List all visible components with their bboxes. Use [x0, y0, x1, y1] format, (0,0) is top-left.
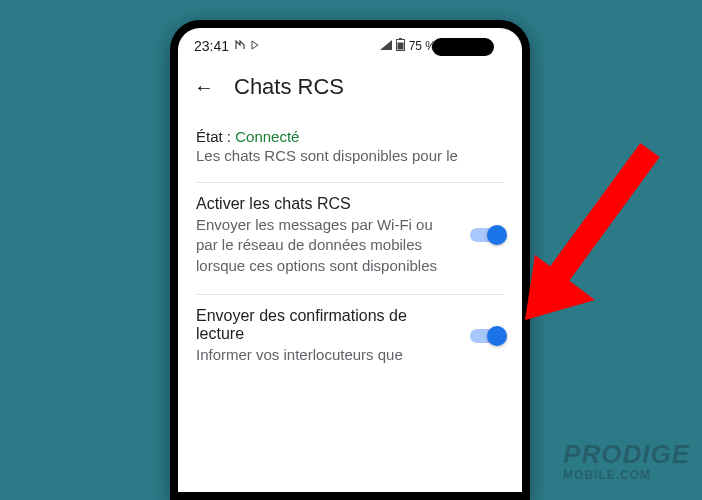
setting-title: Envoyer des confirmations de lecture — [196, 307, 458, 343]
svg-marker-4 — [525, 255, 595, 320]
status-description: Les chats RCS sont disponibles pour le — [196, 147, 504, 164]
pointer-arrow — [525, 140, 665, 320]
status-value: Connecté — [235, 128, 299, 145]
battery-icon — [396, 38, 405, 54]
svg-rect-1 — [399, 38, 402, 40]
setting-description: Envoyer les messages par Wi-Fi ou par le… — [196, 215, 458, 276]
signal-icon — [380, 39, 392, 53]
app-header: ← Chats RCS — [178, 64, 522, 116]
connection-status-section: État : Connecté Les chats RCS sont dispo… — [196, 116, 504, 183]
setting-description: Informer vos interlocuteurs que — [196, 345, 458, 365]
camera-cutout — [432, 38, 494, 56]
toggle-enable-rcs[interactable] — [470, 228, 504, 242]
svg-rect-2 — [397, 43, 403, 50]
nfc-icon — [235, 40, 245, 52]
content: État : Connecté Les chats RCS sont dispo… — [178, 116, 522, 383]
status-time: 23:41 — [194, 38, 229, 54]
svg-line-3 — [555, 150, 650, 280]
setting-title: Activer les chats RCS — [196, 195, 458, 213]
phone-frame: 23:41 75 % ← Chats RCS — [170, 20, 530, 500]
setting-enable-rcs[interactable]: Activer les chats RCS Envoyer les messag… — [196, 183, 504, 295]
status-icons-left — [235, 40, 260, 52]
play-icon — [250, 40, 260, 52]
watermark-line2: MOBILE.COM — [563, 468, 690, 482]
status-label: État : — [196, 128, 231, 145]
phone-screen: 23:41 75 % ← Chats RCS — [178, 28, 522, 492]
watermark: PRODIGE MOBILE.COM — [563, 439, 690, 482]
watermark-line1: PRODIGE — [563, 439, 690, 470]
page-title: Chats RCS — [234, 74, 344, 100]
connection-status-line: État : Connecté — [196, 128, 504, 145]
back-button[interactable]: ← — [194, 77, 214, 97]
setting-read-receipts[interactable]: Envoyer des confirmations de lecture Inf… — [196, 295, 504, 383]
toggle-read-receipts[interactable] — [470, 329, 504, 343]
